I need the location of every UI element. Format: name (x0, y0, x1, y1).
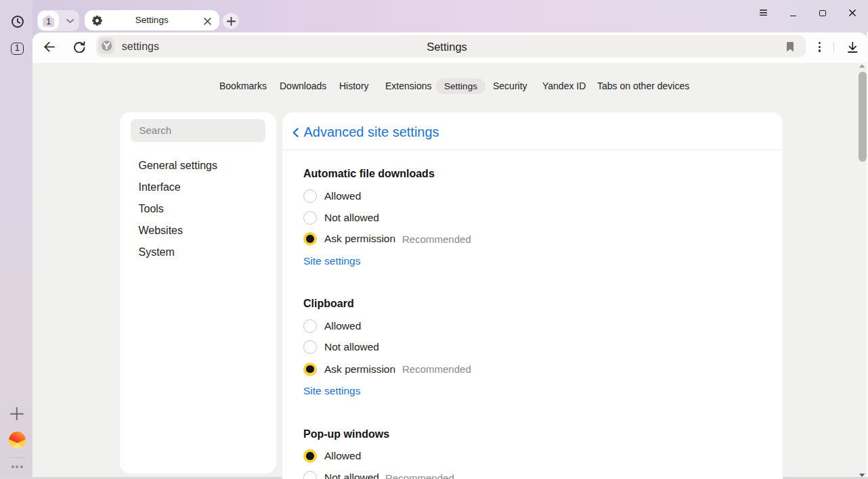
svg-text:1: 1 (46, 16, 51, 26)
